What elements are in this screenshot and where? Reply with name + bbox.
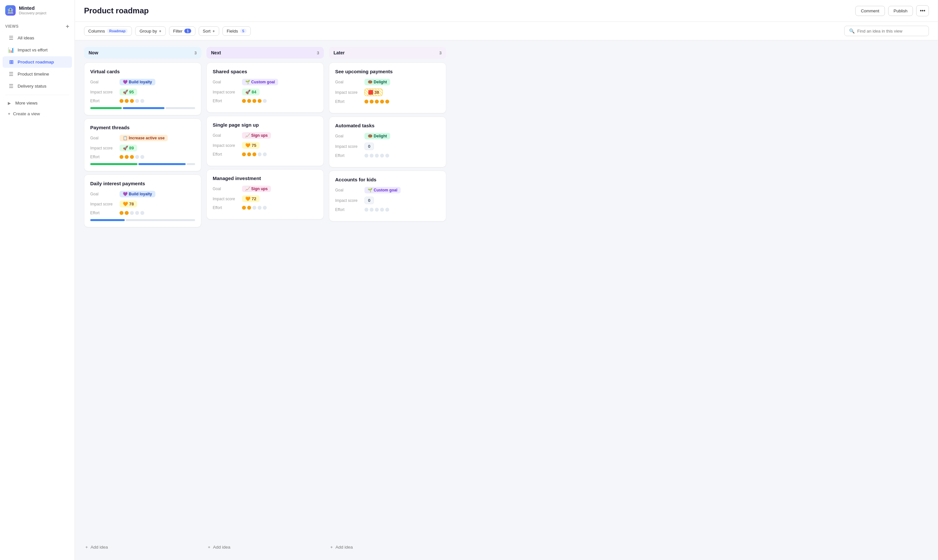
effort-label: Effort [90, 155, 120, 159]
sidebar-item-more-views[interactable]: ▶ More views [3, 98, 72, 108]
card-title: Accounts for kids [335, 177, 440, 182]
card-title: Managed investment [213, 175, 317, 181]
add-idea-button-now[interactable]: + Add idea [84, 541, 201, 554]
effort-label: Effort [335, 99, 365, 104]
progress-segment [90, 219, 125, 221]
effort-dot-filled [125, 155, 129, 159]
column-now: Now 3 Virtual cards Goal 💜 Build loyalty… [84, 47, 201, 554]
effort-dot-filled [242, 99, 246, 103]
sidebar-item-delivery-status[interactable]: ☰ Delivery status [3, 80, 72, 92]
sidebar-item-label: Product timeline [18, 72, 49, 77]
fields-button[interactable]: Fields 5 [222, 26, 251, 36]
score-badge: 🧡 75 [242, 142, 260, 149]
effort-dot-empty [370, 208, 374, 212]
score-label: Impact score [213, 90, 242, 94]
columns-button[interactable]: Columns Roadmap [84, 26, 132, 36]
create-view-button[interactable]: + Create a view [3, 109, 72, 119]
card-field-effort: Effort [335, 208, 440, 212]
effort-dots [365, 100, 389, 103]
effort-dot-filled [242, 152, 246, 156]
progress-segment [90, 107, 122, 109]
sort-button[interactable]: Sort + [199, 26, 219, 36]
effort-dot-empty [253, 206, 256, 210]
idea-card[interactable]: See upcoming payments Goal 🍩 Delight Imp… [329, 63, 446, 113]
effort-dot-filled [370, 100, 374, 103]
effort-dot-filled [120, 155, 123, 159]
score-label: Impact score [213, 143, 242, 148]
sort-plus: + [213, 29, 215, 34]
goal-tag[interactable]: 📈 Sign ups [242, 132, 271, 139]
goal-tag[interactable]: 🍩 Delight [365, 79, 390, 85]
main-content: Product roadmap Comment Publish ••• Colu… [75, 0, 938, 560]
goal-tag[interactable]: 🌱 Custom goal [242, 79, 278, 85]
idea-card[interactable]: Payment threads Goal 📋 Increase active u… [84, 118, 201, 171]
comment-button[interactable]: Comment [855, 6, 884, 16]
more-options-button[interactable]: ••• [916, 5, 929, 16]
sidebar-item-product-timeline[interactable]: ☰ Product timeline [3, 68, 72, 80]
idea-card[interactable]: Single page sign up Goal 📈 Sign ups Impa… [206, 116, 324, 166]
column-title: Now [89, 50, 99, 55]
sidebar-item-label: Delivery status [18, 84, 46, 89]
effort-dot-filled [247, 99, 251, 103]
effort-label: Effort [213, 152, 242, 157]
effort-label: Effort [90, 211, 120, 215]
app-logo: 🏦 Minted Discovery project [0, 5, 75, 22]
column-header-later: Later 3 [329, 47, 446, 58]
goal-tag[interactable]: 💜 Build loyalty [120, 191, 156, 197]
effort-dot-filled [365, 100, 368, 103]
effort-dot-filled [375, 100, 379, 103]
progress-segment [126, 219, 195, 221]
effort-dot-empty [258, 152, 262, 156]
score-label: Impact score [335, 144, 365, 149]
idea-card[interactable]: Virtual cards Goal 💜 Build loyalty Impac… [84, 63, 201, 115]
card-field-score: Impact score 🚀 95 [90, 89, 195, 95]
publish-button[interactable]: Publish [888, 6, 913, 16]
effort-dot-empty [370, 154, 374, 158]
goal-tag[interactable]: 🍩 Delight [365, 133, 390, 139]
effort-dot-empty [135, 99, 139, 103]
goal-label: Goal [335, 188, 365, 192]
sidebar-item-product-roadmap[interactable]: ⊞ Product roadmap [3, 56, 72, 68]
card-title: Daily interest payments [90, 181, 195, 186]
idea-card[interactable]: Shared spaces Goal 🌱 Custom goal Impact … [206, 63, 324, 113]
add-view-button[interactable]: + [66, 23, 69, 29]
effort-dot-filled [253, 99, 256, 103]
column-later: Later 3 See upcoming payments Goal 🍩 Del… [329, 47, 446, 554]
effort-label: Effort [90, 98, 120, 103]
search-input[interactable] [857, 29, 924, 34]
search-box[interactable]: 🔍 [844, 26, 929, 36]
views-label: Views [5, 24, 18, 29]
add-idea-button-next[interactable]: + Add idea [206, 541, 324, 554]
goal-tag[interactable]: 💜 Build loyalty [120, 79, 156, 85]
goal-tag[interactable]: 📋 Increase active use [120, 135, 168, 141]
score-badge: 🧡 72 [242, 195, 260, 202]
kanban-board: Now 3 Virtual cards Goal 💜 Build loyalty… [75, 40, 938, 560]
progress-bar [90, 107, 195, 109]
sidebar-item-label: Impact vs effort [18, 48, 48, 52]
idea-card[interactable]: Automated tasks Goal 🍩 Delight Impact sc… [329, 117, 446, 167]
goal-label: Goal [213, 80, 242, 84]
group-by-button[interactable]: Group by + [135, 26, 165, 36]
column-count: 3 [194, 51, 197, 55]
filter-count: 1 [184, 29, 191, 33]
goal-label: Goal [213, 186, 242, 191]
idea-card[interactable]: Managed investment Goal 📈 Sign ups Impac… [206, 169, 324, 220]
card-field-score: Impact score 🚀 89 [90, 145, 195, 151]
effort-dots [365, 154, 389, 158]
card-field-goal: Goal 🌱 Custom goal [335, 187, 440, 193]
effort-label: Effort [213, 98, 242, 103]
card-field-goal: Goal 📈 Sign ups [213, 132, 317, 139]
filter-button[interactable]: Filter 1 [169, 26, 196, 36]
sidebar-item-impact-vs-effort[interactable]: 📊 Impact vs effort [3, 44, 72, 56]
effort-dot-filled [258, 99, 262, 103]
idea-card[interactable]: Accounts for kids Goal 🌱 Custom goal Imp… [329, 171, 446, 222]
column-header-next: Next 3 [206, 47, 324, 58]
effort-dot-filled [253, 152, 256, 156]
idea-card[interactable]: Daily interest payments Goal 💜 Build loy… [84, 174, 201, 227]
filter-label: Filter [173, 29, 183, 34]
sidebar-item-all-ideas[interactable]: ☰ All ideas [3, 32, 72, 44]
goal-tag[interactable]: 📈 Sign ups [242, 186, 271, 192]
card-title: Single page sign up [213, 122, 317, 128]
add-idea-button-later[interactable]: + Add idea [329, 541, 446, 554]
goal-tag[interactable]: 🌱 Custom goal [365, 187, 400, 193]
